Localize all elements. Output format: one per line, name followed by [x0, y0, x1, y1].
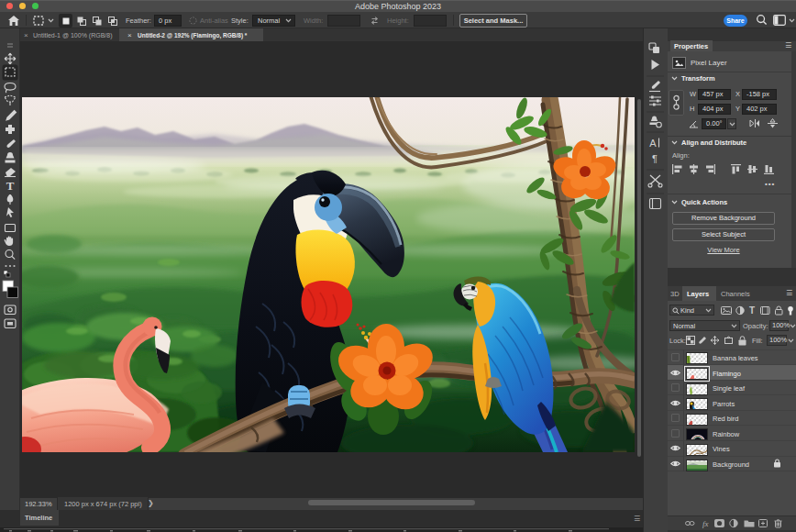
svg-text:T: T	[6, 179, 15, 193]
svg-text:fx: fx	[702, 519, 709, 528]
svg-text:¶: ¶	[652, 153, 658, 164]
svg-text:T: T	[749, 305, 755, 316]
svg-text:A: A	[649, 138, 657, 149]
